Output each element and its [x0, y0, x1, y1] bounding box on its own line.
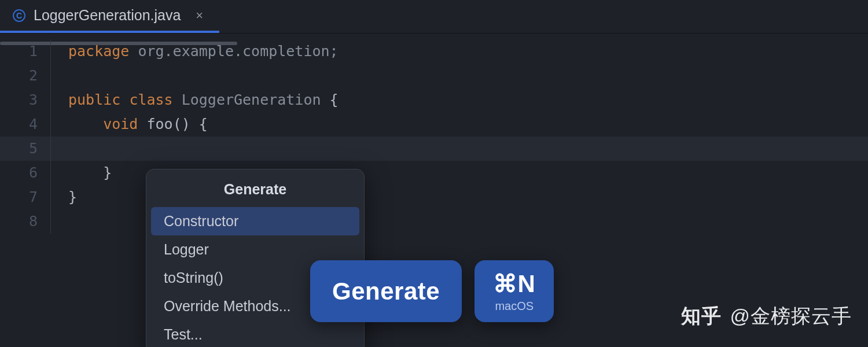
shortcut-hint: Generate ⌘N macOS	[310, 260, 554, 322]
keyword: void	[103, 116, 138, 132]
line-number: 6	[0, 161, 38, 185]
code-text: () {	[173, 116, 208, 132]
brace: }	[68, 189, 77, 205]
line-number: 5	[0, 136, 38, 161]
generate-option[interactable]: Logger	[151, 235, 359, 264]
shortcut-os: macOS	[495, 300, 534, 313]
code-text: org.example.completion;	[129, 43, 338, 60]
method-name: foo	[147, 116, 173, 132]
watermark-author: @金榜探云手	[730, 303, 852, 330]
line-number: 4	[0, 112, 38, 136]
line-number-gutter: 12345678	[0, 39, 51, 234]
tab-label: LoggerGeneration.java	[34, 7, 181, 24]
class-file-icon: C	[13, 9, 25, 22]
brace: {	[321, 91, 339, 108]
keyword: public	[68, 91, 120, 108]
line-number: 7	[0, 185, 38, 209]
line-number: 2	[0, 64, 38, 88]
brace: }	[68, 164, 112, 181]
code-editor[interactable]: 12345678 package org.example.completion;…	[0, 34, 868, 234]
class-name: LoggerGeneration	[182, 91, 321, 108]
code-area[interactable]: package org.example.completion; public c…	[51, 39, 339, 234]
watermark: 知乎 @金榜探云手	[681, 303, 852, 330]
file-tab[interactable]: C LoggerGeneration.java ×	[0, 0, 219, 33]
shortcut-badge: ⌘N macOS	[475, 260, 554, 322]
tab-bar: C LoggerGeneration.java ×	[0, 0, 868, 34]
close-icon[interactable]: ×	[196, 8, 203, 23]
action-label: Generate	[332, 279, 440, 304]
watermark-site: 知乎	[681, 303, 722, 330]
shortcut-key: ⌘N	[493, 272, 535, 296]
keyword: package	[68, 43, 129, 60]
line-number: 3	[0, 88, 38, 112]
line-number: 8	[0, 209, 38, 234]
action-badge: Generate	[310, 260, 462, 322]
line-number: 1	[0, 39, 38, 64]
keyword: class	[129, 91, 172, 108]
generate-option[interactable]: Test...	[151, 320, 359, 347]
